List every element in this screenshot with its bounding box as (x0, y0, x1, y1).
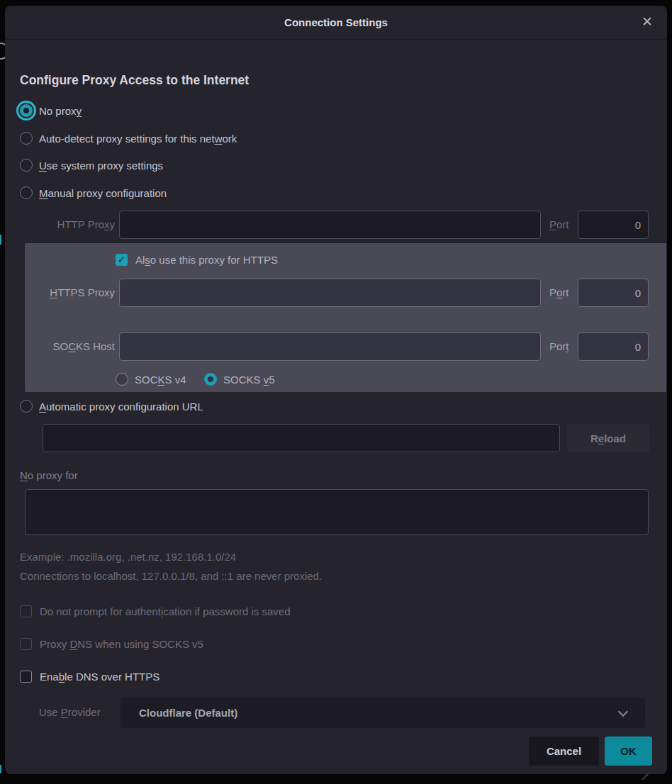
auto-url-input[interactable] (43, 424, 560, 452)
radio-label-socks-v4: SOCKS v4 (135, 374, 186, 386)
radio-auto-detect[interactable]: Auto-detect proxy settings for this netw… (20, 130, 237, 146)
socks-host-input[interactable] (119, 332, 541, 361)
background-artifact (0, 765, 1, 773)
screen: Connection Settings ✕ Configure Proxy Ac… (0, 0, 672, 784)
checkbox-icon-proxy-dns[interactable] (20, 638, 32, 650)
checkbox-label-proxy-dns: Proxy DNS when using SOCKS v5 (40, 638, 203, 650)
radio-no-proxy[interactable]: No proxy (20, 103, 82, 118)
socks-host-label: SOCKS Host (28, 340, 115, 352)
chevron-down-icon (618, 707, 628, 717)
http-proxy-label: HTTP Proxy (28, 218, 115, 230)
http-port-label: Port (549, 218, 569, 230)
radio-label-socks-v5: SOCKS v5 (223, 374, 275, 386)
radio-icon-socks-v4[interactable] (116, 373, 128, 386)
radio-socks-v5[interactable]: SOCKS v5 (204, 372, 275, 386)
radio-icon-no-proxy[interactable] (20, 104, 33, 117)
dialog-titlebar: Connection Settings ✕ (5, 6, 667, 40)
radio-label-manual-proxy: Manual proxy configuration (39, 187, 167, 199)
radio-label-auto-url: Automatic proxy configuration URL (39, 401, 203, 413)
radio-label-no-proxy: No proxy (39, 105, 82, 117)
radio-manual-proxy[interactable]: Manual proxy configuration (20, 185, 167, 201)
http-port-input[interactable] (578, 211, 649, 239)
radio-icon-auto-url[interactable] (20, 400, 33, 413)
radio-use-system[interactable]: Use system proxy settings (20, 157, 163, 173)
checkbox-label-also-https: Also use this proxy for HTTPS (135, 254, 278, 266)
no-proxy-example-text: Example: .mozilla.org, .net.nz, 192.168.… (20, 551, 236, 563)
radio-label-auto-detect: Auto-detect proxy settings for this netw… (39, 133, 237, 145)
https-proxy-input[interactable] (119, 279, 541, 307)
https-port-input[interactable] (578, 279, 649, 307)
checkbox-auth-prompt[interactable]: Do not prompt for authentication if pass… (20, 605, 291, 617)
radio-auto-url[interactable]: Automatic proxy configuration URL (20, 398, 203, 414)
reload-button[interactable]: Reload (567, 424, 649, 452)
connection-settings-dialog: Connection Settings ✕ Configure Proxy Ac… (5, 6, 667, 774)
provider-dropdown[interactable]: Cloudflare (Default) (121, 698, 645, 728)
socks-port-label: Port (549, 340, 569, 352)
socks-port-input[interactable] (578, 332, 649, 361)
radio-icon-use-system[interactable] (20, 159, 33, 172)
no-proxy-for-textarea[interactable] (25, 489, 649, 535)
radio-icon-manual-proxy[interactable] (20, 186, 33, 199)
provider-dropdown-value: Cloudflare (Default) (121, 707, 237, 719)
checkbox-also-https[interactable]: ✓ Also use this proxy for HTTPS (116, 253, 278, 266)
http-proxy-input[interactable] (119, 211, 541, 239)
no-proxy-note-text: Connections to localhost, 127.0.0.1/8, a… (20, 570, 322, 582)
no-proxy-for-label: No proxy for (20, 469, 78, 481)
https-proxy-label: HTTPS Proxy (28, 286, 115, 298)
radio-icon-auto-detect[interactable] (20, 132, 33, 145)
background-artifact (0, 235, 1, 245)
ok-button[interactable]: OK (605, 737, 652, 766)
checkbox-icon-enable-doh[interactable] (20, 671, 32, 683)
checkbox-icon-also-https[interactable]: ✓ (116, 254, 128, 266)
page-title: Configure Proxy Access to the Internet (20, 73, 249, 88)
cancel-button[interactable]: Cancel (529, 737, 599, 766)
dialog-title: Connection Settings (5, 6, 667, 39)
checkbox-enable-doh[interactable]: Enable DNS over HTTPS (20, 670, 159, 683)
checkbox-proxy-dns[interactable]: Proxy DNS when using SOCKS v5 (20, 637, 203, 650)
https-port-label: Port (549, 286, 569, 298)
checkbox-icon-auth-prompt[interactable] (20, 605, 32, 617)
radio-label-use-system: Use system proxy settings (39, 159, 163, 172)
close-icon[interactable]: ✕ (637, 12, 657, 32)
checkbox-label-auth-prompt: Do not prompt for authentication if pass… (40, 605, 291, 617)
radio-icon-socks-v5[interactable] (204, 373, 217, 386)
use-provider-label: Use Provider (39, 706, 101, 718)
checkbox-label-enable-doh: Enable DNS over HTTPS (40, 671, 159, 683)
radio-socks-v4[interactable]: SOCKS v4 (116, 372, 186, 386)
